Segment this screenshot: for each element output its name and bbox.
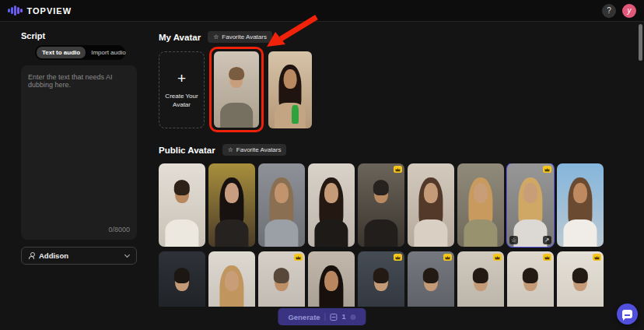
brand-name: TOPVIEW <box>27 6 72 16</box>
head-silhouette <box>324 183 338 204</box>
annotation-highlight-box <box>209 47 264 132</box>
generate-button[interactable]: Generate 1 <box>278 308 366 325</box>
scrollbar-thumb[interactable] <box>639 24 642 61</box>
premium-crown-badge <box>543 254 551 261</box>
brand-logo[interactable]: TOPVIEW <box>8 5 72 16</box>
public-avatar-title: Public Avatar <box>159 146 215 155</box>
hair-silhouette <box>274 268 289 283</box>
premium-crown-badge <box>394 254 402 261</box>
head-silhouette <box>324 271 338 292</box>
torso-silhouette <box>464 219 497 247</box>
premium-crown-badge <box>493 254 502 261</box>
character-counter: 0/8000 <box>108 226 130 233</box>
script-sidebar: Script Text to audio Import audio 0/8000… <box>21 31 137 265</box>
star-icon: ☆ <box>228 147 233 153</box>
torso-silhouette <box>563 219 597 247</box>
favorite-avatars-label: Favorite Avatars <box>236 146 282 153</box>
premium-crown-badge <box>543 166 551 173</box>
head-silhouette <box>225 183 239 204</box>
help-button[interactable]: ? <box>602 4 616 18</box>
public-avatar-card-woman-blonde-olive-top[interactable] <box>457 163 504 247</box>
public-avatar-card-woman-patterned-blouse[interactable] <box>408 163 454 247</box>
premium-crown-badge <box>294 254 303 261</box>
hair-silhouette <box>373 180 389 195</box>
divider <box>325 313 326 321</box>
public-avatar-card-man-white-tee-waving[interactable] <box>159 163 205 247</box>
page-scrollbar <box>639 23 643 330</box>
public-avatar-grid: ☆↗ <box>159 163 611 307</box>
public-avatar-card-woman-dark-hair-black-top[interactable] <box>308 163 355 247</box>
avatar-photo-woman-outdoors-white-tank <box>557 163 604 247</box>
expand-preview-button[interactable]: ↗ <box>543 236 551 244</box>
public-avatar-card-woman-striped-top-hand-on-chest[interactable] <box>308 251 355 307</box>
hair-silhouette <box>229 67 244 81</box>
favorite-star-button[interactable]: ☆ <box>509 236 518 244</box>
avatar-photo-woman-blonde-olive-top <box>457 163 504 247</box>
question-mark-icon: ? <box>607 6 611 15</box>
chat-widget-button[interactable] <box>617 304 638 325</box>
premium-crown-badge <box>443 254 452 261</box>
credit-icon <box>331 314 338 321</box>
my-avatar-card-man-grey-tshirt-gesturing[interactable] <box>214 51 259 128</box>
my-avatar-card-row: + Create Your Avatar <box>159 51 611 137</box>
audio-mode-tabs: Text to audio Import audio <box>35 45 125 60</box>
info-icon <box>351 314 356 320</box>
hair-silhouette <box>572 268 588 283</box>
hair-silhouette <box>174 180 190 195</box>
avatar-photo-woman-dark-hair-holding-sprite-bottle <box>268 51 312 128</box>
public-avatar-card-man-blue-tee-shelf-background[interactable] <box>457 251 504 307</box>
plus-icon: + <box>177 71 186 86</box>
top-bar: TOPVIEW ? y <box>0 0 644 22</box>
voice-selector-dropdown[interactable]: Addison <box>21 247 137 265</box>
favorite-avatars-label: Favorite Avatars <box>222 33 267 40</box>
public-avatar-card-man-white-robe-in-car[interactable] <box>408 251 454 307</box>
head-silhouette <box>424 183 438 204</box>
user-avatar-button[interactable]: y <box>622 4 636 18</box>
torso-silhouette <box>414 219 447 247</box>
script-input-panel: 0/8000 <box>21 65 137 240</box>
public-avatar-card-man-blue-tee-curtain-background[interactable] <box>557 251 604 307</box>
head-silhouette <box>284 69 297 89</box>
tab-import-audio[interactable]: Import audio <box>86 47 131 58</box>
avatar-photo-man-grey-tshirt-gesturing <box>214 51 259 128</box>
avatar-photo-man-white-tee-dark-led-room <box>159 251 205 307</box>
torso-silhouette <box>264 219 298 247</box>
my-avatar-favorite-button[interactable]: ☆ Favorite Avatars <box>208 31 272 43</box>
credit-count: 1 <box>342 313 346 321</box>
torso-silhouette <box>215 219 248 247</box>
tab-text-to-audio[interactable]: Text to audio <box>37 47 86 58</box>
green-bottle-prop <box>292 105 299 124</box>
public-avatar-card-man-blue-shirt-dark-room[interactable] <box>358 251 404 307</box>
public-avatar-card-man-blue-tee-light-room[interactable] <box>507 251 554 307</box>
public-avatar-card-man-white-tee-dark-led-room[interactable] <box>159 251 205 307</box>
hair-silhouette <box>523 268 538 283</box>
head-silhouette <box>275 183 289 204</box>
torso-silhouette <box>275 103 306 128</box>
public-avatar-favorite-button[interactable]: ☆ Favorite Avatars <box>222 144 287 156</box>
head-silhouette <box>573 183 587 204</box>
torso-silhouette <box>364 219 397 247</box>
public-avatar-card-woman-outdoors-white-tank[interactable] <box>557 163 604 247</box>
chevron-down-icon <box>124 251 130 257</box>
public-avatar-card-woman-in-car-grey-top[interactable] <box>258 163 305 247</box>
public-avatar-card-woman-blonde-white-sweater[interactable]: ☆↗ <box>507 163 554 247</box>
my-avatar-card-woman-dark-hair-holding-sprite-bottle[interactable] <box>268 51 312 128</box>
voice-name: Addison <box>39 251 121 260</box>
script-text-input[interactable] <box>21 65 137 217</box>
avatar-photo-man-beanie-glasses-microphone <box>358 163 404 247</box>
torso-silhouette <box>220 103 253 128</box>
head-silhouette <box>225 271 239 292</box>
avatar-photo-woman-patterned-blouse <box>408 163 454 247</box>
head-silhouette <box>523 183 537 204</box>
create-avatar-label: Create Your Avatar <box>164 93 200 110</box>
public-avatar-card-woman-black-outfit-yellow-shelf[interactable] <box>208 163 255 247</box>
public-avatar-card-man-beanie-glasses-microphone[interactable] <box>358 163 404 247</box>
head-silhouette <box>474 183 488 204</box>
hair-silhouette <box>373 268 389 283</box>
waveform-logo-icon <box>8 5 23 16</box>
public-avatar-card-woman-blonde-white-tee[interactable] <box>208 251 255 307</box>
public-avatar-card-man-grey-shirt-beard[interactable] <box>258 251 305 307</box>
generate-label: Generate <box>288 313 320 321</box>
torso-silhouette <box>314 219 348 247</box>
create-avatar-card[interactable]: + Create Your Avatar <box>159 51 205 128</box>
